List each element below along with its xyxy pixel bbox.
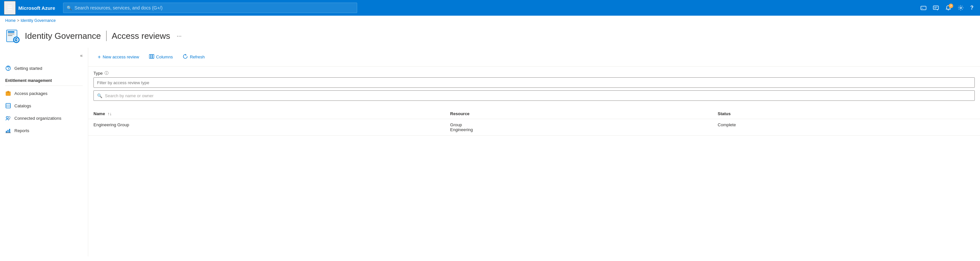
columns-button[interactable]: Columns [145, 52, 177, 62]
new-access-review-label: New access review [103, 54, 139, 59]
sidebar-item-access-packages-label: Access packages [14, 91, 48, 96]
search-icon: 🔍 [67, 6, 72, 10]
svg-rect-27 [8, 130, 8, 133]
column-header-resource: Resource [445, 109, 713, 119]
page-header: Identity Governance Access reviews ··· [0, 25, 980, 47]
top-navigation: ☰ Microsoft Azure 🔍 >_ 7 [0, 0, 980, 16]
cloud-shell-button[interactable]: >_ [918, 3, 929, 13]
catalogs-icon [5, 103, 11, 109]
settings-icon [958, 5, 964, 11]
sidebar: « Getting started Entitlement management… [0, 47, 88, 256]
svg-rect-28 [9, 129, 10, 133]
sidebar-item-getting-started-label: Getting started [14, 66, 42, 71]
sidebar-item-connected-organizations-label: Connected organizations [14, 116, 61, 121]
access-reviews-table: Name ↑↓ Resource Status Engineering Grou… [88, 109, 980, 136]
entitlement-management-section-label: Entitlement management [0, 74, 88, 84]
table-row[interactable]: Engineering Group Group Engineering Comp… [88, 119, 980, 136]
new-access-review-button[interactable]: + New access review [94, 52, 143, 62]
getting-started-icon [5, 65, 11, 71]
svg-rect-32 [153, 54, 154, 59]
search-row: 🔍 [94, 90, 975, 101]
connected-organizations-icon [5, 115, 11, 121]
svg-rect-2 [933, 6, 939, 9]
column-header-name[interactable]: Name ↑↓ [88, 109, 445, 119]
help-icon: ? [970, 5, 974, 11]
breadcrumb-separator: > [17, 18, 19, 23]
feedback-icon [933, 5, 939, 11]
filters-section: Type ⓘ 🔍 [88, 66, 980, 109]
table-header-row: Name ↑↓ Resource Status [88, 109, 980, 119]
global-search-input[interactable] [75, 5, 353, 10]
svg-point-24 [6, 117, 8, 119]
azure-logo: Microsoft Azure [18, 5, 55, 11]
sidebar-item-catalogs[interactable]: Catalogs [0, 100, 88, 112]
plus-icon: + [98, 54, 101, 60]
cloud-shell-icon: >_ [921, 5, 926, 11]
breadcrumb-home-link[interactable]: Home [5, 18, 16, 23]
sidebar-divider [5, 85, 83, 86]
type-filter-label: Type ⓘ [94, 70, 975, 76]
page-title: Identity Governance Access reviews ··· [25, 31, 184, 41]
sidebar-item-reports-label: Reports [14, 128, 29, 133]
sidebar-item-reports[interactable]: Reports [0, 124, 88, 137]
toolbar: + New access review Columns [88, 47, 980, 66]
top-nav-icons: >_ 7 ? [918, 3, 976, 13]
content-area: + New access review Columns [88, 47, 980, 256]
sidebar-item-access-packages[interactable]: Access packages [0, 87, 88, 100]
svg-rect-30 [150, 54, 151, 59]
columns-icon [149, 54, 154, 60]
svg-rect-21 [6, 103, 10, 108]
refresh-icon [183, 54, 188, 60]
type-filter-input[interactable] [94, 78, 975, 88]
more-options-button[interactable]: ··· [174, 31, 184, 41]
svg-point-6 [960, 7, 962, 9]
feedback-button[interactable] [930, 3, 942, 13]
svg-rect-9 [8, 33, 14, 34]
page-subtitle: Access reviews [112, 31, 170, 41]
access-packages-icon [5, 90, 11, 96]
svg-rect-20 [8, 92, 9, 93]
breadcrumb-current[interactable]: Identity Governance [21, 18, 56, 23]
table-cell-status: Complete [713, 119, 980, 136]
search-input[interactable] [105, 93, 971, 98]
type-info-icon: ⓘ [105, 70, 108, 76]
breadcrumb: Home > Identity Governance [0, 16, 980, 25]
page-header-icon [5, 28, 21, 44]
header-divider [106, 31, 107, 41]
svg-marker-5 [937, 9, 938, 10]
notification-count-badge: 7 [949, 3, 953, 8]
svg-rect-31 [151, 54, 152, 59]
table-cell-resource: Group Engineering [445, 119, 713, 136]
sidebar-item-getting-started[interactable]: Getting started [0, 62, 88, 74]
type-filter-row: Type ⓘ [94, 70, 975, 88]
refresh-label: Refresh [190, 54, 205, 59]
sidebar-item-connected-organizations[interactable]: Connected organizations [0, 112, 88, 124]
svg-rect-10 [8, 35, 13, 36]
svg-text:>_: >_ [921, 7, 925, 10]
columns-label: Columns [156, 54, 173, 59]
sidebar-collapse-button[interactable]: « [0, 50, 88, 62]
sidebar-item-catalogs-label: Catalogs [14, 103, 31, 108]
svg-rect-26 [6, 131, 7, 133]
hamburger-menu-button[interactable]: ☰ [4, 1, 16, 15]
svg-marker-19 [7, 91, 10, 92]
reports-icon [5, 128, 11, 133]
search-icon: 🔍 [97, 93, 102, 98]
sort-icon-name: ↑↓ [108, 111, 112, 116]
notifications-button[interactable]: 7 [943, 3, 954, 13]
help-button[interactable]: ? [967, 3, 976, 13]
svg-point-17 [8, 70, 8, 70]
identity-governance-icon [6, 29, 20, 43]
collapse-icon[interactable]: « [79, 52, 84, 59]
main-layout: « Getting started Entitlement management… [0, 47, 980, 256]
table-cell-name: Engineering Group [88, 119, 445, 136]
column-header-status: Status [713, 109, 980, 119]
svg-rect-8 [8, 31, 14, 33]
refresh-button[interactable]: Refresh [178, 52, 209, 62]
global-search-bar[interactable]: 🔍 [63, 3, 357, 13]
settings-button[interactable] [955, 3, 966, 13]
svg-point-25 [8, 117, 10, 119]
